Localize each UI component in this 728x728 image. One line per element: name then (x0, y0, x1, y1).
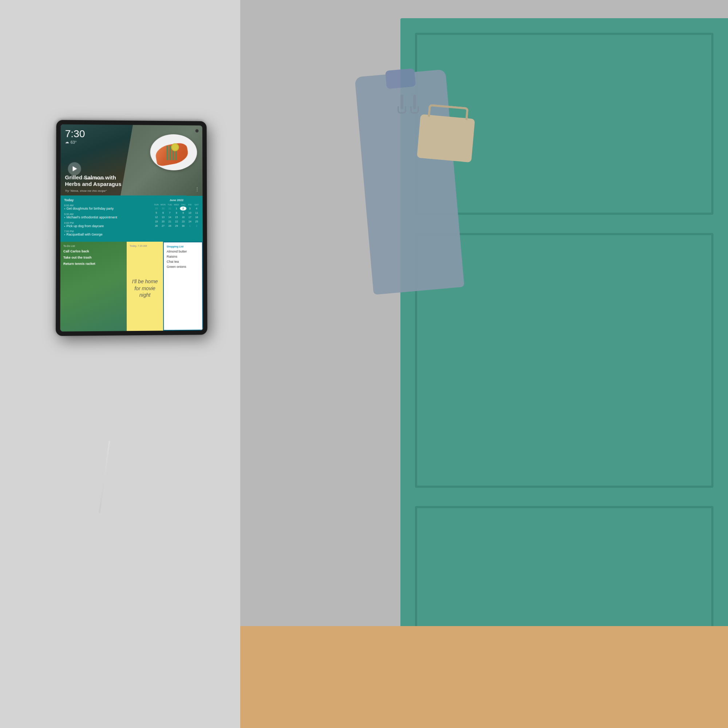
todo-item-2: Take out the trash (63, 255, 124, 260)
cal-day-13[interactable]: 13 (160, 215, 166, 219)
calendar-column: June 2022 SUN MON TUE WED THU FRI SAT 29… (150, 196, 203, 242)
camera-dot (195, 129, 199, 133)
cal-day-27[interactable]: 27 (160, 224, 166, 228)
event-item-1: 8:00 AM • Get doughnuts for birthday par… (64, 204, 147, 211)
hero-section: 7:30 ☁ 63° Popular Recipes Grilled Salmo… (60, 124, 202, 196)
calendar-title: June 2022 (153, 198, 200, 202)
cal-day-19[interactable]: 19 (153, 219, 159, 223)
event-dot-2: • (64, 216, 65, 220)
cal-day-25[interactable]: 25 (193, 219, 199, 223)
event-time-3: 4:00 PM (64, 222, 147, 224)
todo-item-1: Call Carlos back (63, 249, 124, 253)
note-card: Today, 7:20 AM I'll be home for movie ni… (127, 242, 163, 331)
cal-day-30-prev[interactable]: 30 (160, 206, 166, 210)
shopping-card: Shopping List Almond butter Raisins Chai… (163, 242, 203, 330)
calendar-grid: SUN MON TUE WED THU FRI SAT 29 30 31 1 2… (153, 203, 200, 228)
cal-day-15[interactable]: 15 (173, 215, 179, 219)
device-bezel: 7:30 ☁ 63° Popular Recipes Grilled Salmo… (60, 124, 203, 332)
cal-day-1[interactable]: 1 (173, 206, 179, 210)
cal-header-mon: MON (160, 203, 166, 206)
cal-day-7[interactable]: 7 (167, 211, 173, 215)
cal-day-30[interactable]: 30 (180, 224, 187, 228)
note-text: I'll be home for movie night (130, 249, 160, 328)
cal-day-28[interactable]: 28 (167, 224, 173, 228)
cal-day-21[interactable]: 21 (167, 219, 173, 223)
event-item-4: 7:00 PM • Racquetball with George (64, 230, 147, 237)
events-column: Today 8:00 AM • Get doughnuts for birthd… (60, 196, 150, 242)
plate-area (136, 128, 201, 179)
cal-day-29-prev[interactable]: 29 (153, 206, 159, 210)
bag (417, 114, 475, 163)
device-frame: 7:30 ☁ 63° Popular Recipes Grilled Salmo… (56, 120, 208, 336)
recipe-cta: Try "Alexa, show me this recipe" (65, 189, 107, 193)
calendar-events-section: Today 8:00 AM • Get doughnuts for birthd… (60, 196, 203, 242)
cal-day-6[interactable]: 6 (160, 211, 166, 215)
event-dot-1: • (64, 207, 65, 211)
cal-header-fri: FRI (187, 203, 193, 206)
time-display: 7:30 ☁ 63° (65, 129, 85, 145)
weather-info: ☁ 63° (65, 140, 85, 145)
todo-card: To-Do List Call Carlos back Take out the… (60, 242, 127, 332)
floor (240, 626, 728, 728)
shopping-label: Shopping List (167, 245, 199, 248)
event-item-2: 9:30 AM • Michael's orthodontist appoint… (64, 213, 147, 220)
cal-day-20[interactable]: 20 (160, 219, 166, 223)
cal-day-8[interactable]: 8 (173, 211, 179, 215)
cal-day-2-today[interactable]: 2 (180, 206, 187, 210)
cal-day-17[interactable]: 17 (187, 215, 193, 219)
shopping-item-2: Raisins (167, 255, 199, 258)
shopping-item-3: Chai tea (167, 260, 199, 263)
cal-day-11[interactable]: 11 (193, 211, 199, 215)
shopping-item-4: Green onions (167, 265, 199, 269)
cal-header-thu: THU (180, 203, 187, 206)
cal-day-22[interactable]: 22 (173, 219, 179, 223)
lemon-slice (171, 144, 179, 151)
wall-left (0, 0, 240, 728)
event-dot-3: • (64, 225, 65, 229)
cal-day-18[interactable]: 18 (193, 215, 199, 219)
cal-day-24[interactable]: 24 (187, 219, 193, 223)
todo-label: To-Do List (63, 245, 124, 247)
cal-day-10[interactable]: 10 (187, 211, 193, 215)
cal-header-tue: TUE (167, 203, 173, 206)
cal-day-12[interactable]: 12 (153, 215, 159, 219)
weather-icon: ☁ (65, 140, 69, 145)
dots-menu-icon[interactable]: ⋮ (195, 187, 200, 192)
cal-day-23[interactable]: 23 (180, 219, 187, 223)
recipe-title: Grilled Salmon with Herbs and Asparagus (65, 174, 122, 188)
event-title-3: • Pick up dog from daycare (64, 224, 147, 229)
cal-day-26[interactable]: 26 (153, 224, 159, 228)
cal-header-wed: WED (173, 203, 179, 206)
cal-day-3[interactable]: 3 (187, 206, 193, 210)
play-button[interactable] (68, 162, 81, 176)
jacket-collar (385, 69, 416, 89)
asparagus-spear-1 (166, 145, 168, 160)
jacket (355, 69, 464, 295)
event-item-3: 4:00 PM • Pick up dog from daycare (64, 222, 147, 229)
note-time: Today, 7:20 AM (130, 245, 160, 247)
cards-row: To-Do List Call Carlos back Take out the… (60, 242, 203, 332)
cal-day-4[interactable]: 4 (193, 206, 199, 210)
screen: 7:30 ☁ 63° Popular Recipes Grilled Salmo… (60, 124, 203, 332)
temperature: 63° (70, 140, 77, 144)
asparagus (166, 145, 191, 162)
cal-day-14[interactable]: 14 (167, 215, 173, 219)
event-title-4: • Racquetball with George (64, 232, 147, 237)
shopping-item-1: Almond butter (167, 250, 199, 253)
event-dot-4: • (64, 233, 65, 237)
cal-day-9[interactable]: 9 (180, 211, 187, 215)
cal-header-sun: SUN (153, 203, 159, 206)
clock: 7:30 (65, 129, 85, 139)
cal-day-1-next[interactable]: 1 (187, 224, 193, 228)
play-icon (73, 166, 77, 171)
cal-day-29[interactable]: 29 (173, 224, 179, 228)
event-title-2: • Michael's orthodontist appointment (64, 216, 147, 220)
event-title-1: • Get doughnuts for birthday party (64, 207, 147, 211)
cal-day-31-prev[interactable]: 31 (167, 206, 173, 210)
events-header: Today (64, 198, 147, 202)
cal-day-5[interactable]: 5 (153, 211, 159, 215)
cal-day-16[interactable]: 16 (180, 215, 187, 219)
cal-header-sat: SAT (193, 203, 199, 206)
cal-day-2-next[interactable]: 2 (193, 224, 199, 228)
todo-item-3: Return tennis racket (63, 262, 124, 266)
